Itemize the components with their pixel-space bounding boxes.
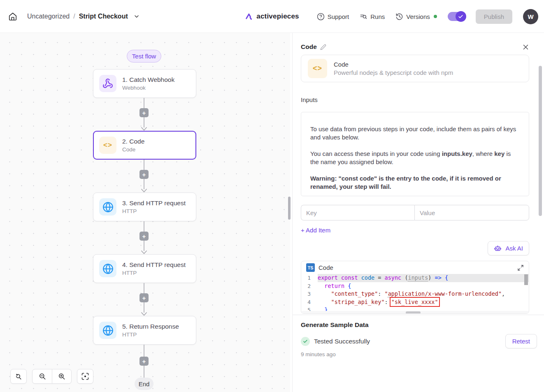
zoom-in-button[interactable] xyxy=(52,369,71,384)
code-editor-header: TS Code xyxy=(301,261,529,274)
canvas-controls xyxy=(10,369,93,384)
flow-node-http-4[interactable]: 4. Send HTTP request HTTP xyxy=(93,254,196,283)
fit-view-icon xyxy=(81,372,89,380)
close-panel-button[interactable] xyxy=(522,44,529,51)
runs-icon xyxy=(360,13,367,21)
versions-label: Versions xyxy=(406,13,430,20)
panel-title: Code xyxy=(301,43,317,51)
code-vertical-scrollbar[interactable] xyxy=(524,274,528,285)
zoom-controls-group xyxy=(32,369,72,384)
connector: + xyxy=(139,345,149,378)
history-icon xyxy=(395,13,403,21)
zoom-out-button[interactable] xyxy=(33,369,52,384)
brand-logo: activepieces xyxy=(245,0,299,33)
connector: + xyxy=(139,160,149,193)
fit-view-button[interactable] xyxy=(77,369,93,384)
help-circle-icon xyxy=(317,13,325,21)
support-button[interactable]: Support xyxy=(317,13,349,21)
flow-node-return-response[interactable]: 5. Return Response HTTP xyxy=(93,316,196,345)
flow-node-code[interactable]: <> 2. Code Code xyxy=(93,131,196,160)
key-input[interactable] xyxy=(301,205,414,220)
node-subtitle: HTTP xyxy=(122,208,186,214)
sample-data-heading: Generate Sample Data xyxy=(301,321,536,329)
arrow-down-icon xyxy=(141,189,147,193)
code-editor-card: TS Code 1export const code = async (inpu… xyxy=(301,261,529,314)
node-subtitle: HTTP xyxy=(122,332,179,338)
check-icon xyxy=(458,14,463,19)
ask-ai-label: Ask AI xyxy=(505,245,523,252)
info-paragraph-1: To use data from previous steps in your … xyxy=(310,125,520,141)
inputs-heading: Inputs xyxy=(301,96,529,103)
piece-info-card: <> Code Powerful nodejs & typescript cod… xyxy=(301,55,529,82)
arrow-down-icon xyxy=(141,127,147,131)
publish-button[interactable]: Publish xyxy=(476,9,512,24)
user-avatar[interactable]: W xyxy=(523,9,538,24)
test-flow-button[interactable]: Test flow xyxy=(127,50,161,63)
breadcrumb-category[interactable]: Uncategorized xyxy=(27,13,70,20)
arrow-down-icon xyxy=(141,312,147,316)
zoom-reset-button[interactable] xyxy=(10,369,27,384)
panel-scrollbar[interactable] xyxy=(539,66,542,216)
expand-code-button[interactable] xyxy=(517,264,524,271)
activepieces-logo-icon xyxy=(245,12,253,21)
piece-name: Code xyxy=(334,61,453,68)
success-check-icon xyxy=(301,337,310,346)
breadcrumb-separator: / xyxy=(73,13,75,20)
info-paragraph-2: You can access these inputs in your code… xyxy=(310,150,520,166)
add-item-link[interactable]: + Add Item xyxy=(301,227,338,234)
code-line: 2 return { xyxy=(301,282,529,290)
add-step-button[interactable]: + xyxy=(139,357,149,366)
add-step-button[interactable]: + xyxy=(139,293,149,302)
test-timestamp: 9 minutes ago xyxy=(301,351,536,357)
globe-icon xyxy=(99,260,116,277)
flow-end-badge: End xyxy=(135,378,153,390)
flow-canvas[interactable]: Test flow 1. Catch Webhook Webhook + <> … xyxy=(0,33,290,392)
maximize-icon xyxy=(517,264,524,271)
add-step-button[interactable]: + xyxy=(139,170,149,179)
flow-node-http-3[interactable]: 3. Send HTTP request HTTP xyxy=(93,193,196,221)
flow-enabled-toggle[interactable] xyxy=(448,12,465,21)
ask-ai-button[interactable]: Ask AI xyxy=(488,241,529,255)
input-pair-row xyxy=(301,205,529,220)
robot-icon xyxy=(494,244,502,252)
zoom-reset-icon xyxy=(14,372,23,380)
value-input[interactable] xyxy=(414,205,529,220)
code-editor-title: Code xyxy=(318,264,333,271)
edit-name-button[interactable] xyxy=(320,44,326,50)
top-bar: Uncategorized / Stript Checkout activepi… xyxy=(0,0,544,33)
typescript-icon: TS xyxy=(306,263,315,272)
piece-description: Powerful nodejs & typescript code with n… xyxy=(334,69,453,76)
add-step-button[interactable]: + xyxy=(139,232,149,241)
node-title: 2. Code xyxy=(122,138,144,145)
add-step-button[interactable]: + xyxy=(139,108,149,117)
runs-button[interactable]: Runs xyxy=(360,13,385,21)
retest-button[interactable]: Retest xyxy=(505,334,537,348)
runs-label: Runs xyxy=(370,13,385,20)
versions-button[interactable]: Versions xyxy=(395,13,437,21)
node-title: 4. Send HTTP request xyxy=(122,261,186,269)
node-title: 5. Return Response xyxy=(122,323,179,330)
connector: + xyxy=(139,221,149,254)
home-button[interactable] xyxy=(6,9,20,23)
breadcrumb-flow-name[interactable]: Stript Checkout xyxy=(79,13,128,20)
webhook-icon xyxy=(99,75,116,92)
pencil-icon xyxy=(320,44,326,50)
info-warning: Warning: "const code" is the entry to th… xyxy=(310,174,520,191)
chevron-down-icon xyxy=(133,13,140,20)
app-root: Uncategorized / Stript Checkout activepi… xyxy=(0,0,544,392)
flow-menu-button[interactable] xyxy=(133,13,140,20)
code-horizontal-scrollbar[interactable] xyxy=(301,311,529,314)
canvas-scrollbar[interactable] xyxy=(288,197,291,220)
node-subtitle: HTTP xyxy=(122,270,186,276)
globe-icon xyxy=(99,322,116,339)
support-label: Support xyxy=(328,13,349,20)
code-lines: 1export const code = async (inputs) => {… xyxy=(301,274,529,314)
flow-node-catch-webhook[interactable]: 1. Catch Webhook Webhook xyxy=(93,69,196,98)
brand-logo-text: activepieces xyxy=(256,12,299,21)
node-title: 1. Catch Webhook xyxy=(122,76,174,84)
code-editor-body[interactable]: 1export const code = async (inputs) => {… xyxy=(301,274,529,314)
test-status-label: Tested Successfully xyxy=(314,338,370,345)
code-line: 1export const code = async (inputs) => { xyxy=(301,274,529,282)
step-settings-panel: Code <> Code Powerful nodejs & typescrip… xyxy=(292,33,544,392)
code-piece-icon: <> xyxy=(308,59,327,78)
